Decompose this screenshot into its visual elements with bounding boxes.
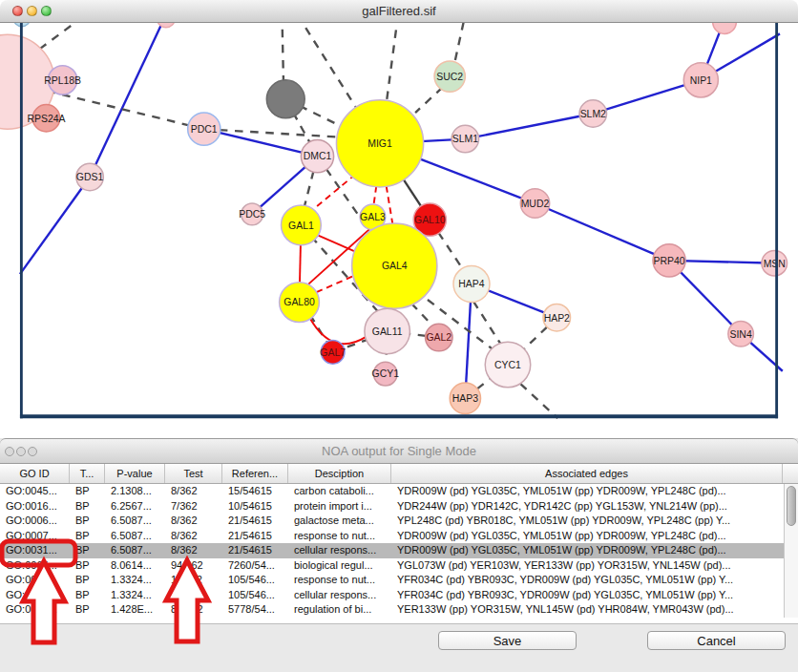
node-label-SLM2: SLM2 <box>580 109 606 119</box>
cell-edges: YER133W (pp) YOR315W, YNL145W (pd) YHR08… <box>391 602 783 618</box>
node-label-GAL2: GAL2 <box>426 332 452 343</box>
cell-pvalue: 1.3324... <box>105 573 165 588</box>
noa-window: NOA output for Single Mode GO IDT...P-va… <box>0 438 798 672</box>
node-label-GDS1: GDS1 <box>76 172 104 182</box>
cell-reference: 15/54615 <box>222 484 288 499</box>
cell-description: regulation of bi... <box>288 602 391 618</box>
cell-type: BP <box>70 588 105 603</box>
cell-pvalue: 6.2567... <box>105 499 165 514</box>
node-label-GAL10: GAL10 <box>414 215 446 225</box>
node-gray-node[interactable] <box>266 80 304 118</box>
cell-edges: YDR009W (pd) YGL035C, YML051W (pp) YDR00… <box>391 543 783 558</box>
table-row[interactable]: GO:0031...BP1.3324...11/362105/546...cel… <box>0 588 798 603</box>
cell-reference: 105/546... <box>222 573 288 588</box>
cell-pvalue: 6.5087... <box>105 543 165 558</box>
cell-pvalue: 1.428E... <box>105 602 165 618</box>
table-row[interactable]: GO:0031...BP6.5087...8/36221/54615cellul… <box>0 543 798 558</box>
cell-description: carbon cataboli... <box>288 484 391 499</box>
cell-edges: YDR009W (pd) YGL035C, YML051W (pp) YDR00… <box>391 484 783 499</box>
close-button-icon[interactable] <box>5 447 14 456</box>
cell-test: 8/362 <box>165 529 222 544</box>
zoom-button-icon[interactable] <box>41 6 52 16</box>
column-header-test[interactable]: Test <box>165 464 222 483</box>
edge-pp <box>465 114 593 139</box>
noa-window-titlebar[interactable]: NOA output for Single Mode <box>0 438 798 464</box>
node-label-GAL1: GAL1 <box>288 220 314 231</box>
cell-edges: YDR009W (pd) YGL035C, YML051W (pp) YDR00… <box>391 529 783 544</box>
column-header-pvalue[interactable]: P-value <box>105 464 165 483</box>
cell-goid: GO:0007... <box>0 529 70 544</box>
edge-dash <box>415 87 442 113</box>
zoom-button-icon[interactable] <box>28 447 37 456</box>
edge-pp <box>535 203 669 261</box>
cell-goid: GO:0031... <box>0 543 70 558</box>
cell-reference: 5778/54... <box>222 602 288 618</box>
close-button-icon[interactable] <box>12 6 23 16</box>
edge-pp <box>90 23 166 177</box>
column-header-goid[interactable]: GO ID <box>0 464 70 483</box>
cell-test: 11/362 <box>165 573 222 588</box>
node-label-MSN: MSN <box>764 259 786 269</box>
edge-reddash <box>373 186 376 205</box>
column-header-reference[interactable]: Referen... <box>222 464 288 483</box>
button-bar: Save Cancel <box>0 623 798 672</box>
cell-reference: 21/54615 <box>222 543 288 558</box>
column-header-type[interactable]: T... <box>70 464 105 483</box>
edge-reddash <box>317 276 354 292</box>
node-label-GAL11: GAL11 <box>372 326 403 337</box>
edge-dash <box>455 23 465 60</box>
cell-description: cellular respons... <box>288 543 391 558</box>
edge-dash <box>520 384 557 418</box>
node-label-RPS24A: RPS24A <box>27 114 65 124</box>
minimize-button-icon[interactable] <box>16 447 26 456</box>
node-label-SLM1: SLM1 <box>452 134 478 144</box>
table-row[interactable]: GO:0006...BP6.5087...8/36221/54615galact… <box>0 514 798 529</box>
table-row[interactable]: GO:0031...BP1.3324...11/362105/546...res… <box>0 573 798 588</box>
node-label-MUD2: MUD2 <box>521 199 550 209</box>
node-label-HAP2: HAP2 <box>544 313 570 324</box>
table-row[interactable]: GO:0016...BP6.2567...7/36210/54615protei… <box>0 499 798 514</box>
node-label-HAP4: HAP4 <box>458 279 484 289</box>
cell-test: 80/362 <box>165 602 222 618</box>
table-row[interactable]: GO:0050...BP1.428E...80/3625778/54...reg… <box>0 602 798 618</box>
cell-goid: GO:0031... <box>0 588 70 603</box>
minimize-button-icon[interactable] <box>27 6 37 16</box>
edge-dash <box>298 23 363 118</box>
cell-edges: YFR034C (pd) YBR093C, YDR009W (pd) YGL03… <box>391 573 783 588</box>
node-label-GCY1: GCY1 <box>372 368 400 379</box>
cell-test: 8/362 <box>165 514 222 529</box>
cell-description: response to nut... <box>288 529 391 544</box>
cancel-button[interactable]: Cancel <box>647 631 786 650</box>
cell-test: 8/362 <box>165 484 222 499</box>
header-scroll-corner <box>783 464 798 483</box>
column-header-description[interactable]: Desciption <box>288 464 391 483</box>
cell-goid: GO:0006... <box>0 514 70 529</box>
column-header-edges[interactable]: Associated edges <box>391 464 783 483</box>
cell-goid: GO:0016... <box>0 499 70 514</box>
node-top2[interactable] <box>713 23 737 33</box>
vertical-scrollbar[interactable] <box>784 484 798 618</box>
cell-description: galactose meta... <box>288 514 391 529</box>
edge-red <box>310 319 367 345</box>
network-canvas[interactable]: 1PXRPL18BRPS24AGDS1PDC1PDC5DMC1MIG1SUC2S… <box>0 23 798 439</box>
cell-type: BP <box>70 529 105 544</box>
edge-dash <box>47 91 203 129</box>
network-window: galFiltered.sif 1PXRPL18BRPS24AGDS1PDC1P… <box>0 0 798 438</box>
cell-type: BP <box>70 558 105 574</box>
save-button[interactable]: Save <box>438 631 577 650</box>
node-label-MIG1: MIG1 <box>368 138 392 149</box>
cell-edges: YFR034C (pd) YBR093C, YDR009W (pd) YGL03… <box>391 588 783 603</box>
node-label-PDC5: PDC5 <box>239 209 265 220</box>
cell-test: 94/362 <box>165 558 222 574</box>
cell-reference: 21/54615 <box>222 514 288 529</box>
table-row[interactable]: GO:0045...BP2.1308...8/36215/54615carbon… <box>0 484 798 499</box>
node-label-SUC2: SUC2 <box>436 72 463 82</box>
cell-reference: 21/54615 <box>222 529 288 544</box>
edge-reddash <box>387 186 393 224</box>
scrollbar-thumb[interactable] <box>787 486 796 526</box>
node-label-PRP40: PRP40 <box>654 256 685 266</box>
node-label-GAL7: GAL7 <box>320 347 346 358</box>
network-window-titlebar[interactable]: galFiltered.sif <box>0 0 798 23</box>
table-row[interactable]: GO:0007...BP6.5087...8/36221/54615respon… <box>0 529 798 544</box>
table-row[interactable]: GO:0065...BP8.0614...94/3627260/54...bio… <box>0 558 798 574</box>
